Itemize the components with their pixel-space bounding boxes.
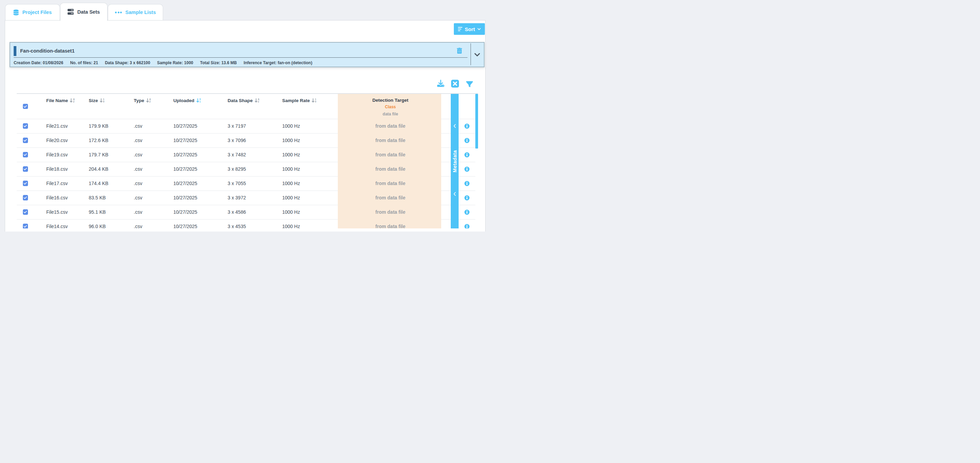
table-row[interactable]: File18.csv 204.4 KB .csv 10/27/2025 3 x … [17, 162, 475, 176]
detection-source-label: data file [382, 112, 398, 117]
cell-detection-target: from data file [340, 205, 441, 219]
spacer-cell [441, 162, 451, 176]
table-row[interactable]: File21.csv 179.9 KB .csv 10/27/2025 3 x … [17, 119, 475, 133]
cell-data-shape: 3 x 7197 [228, 119, 282, 133]
column-header-detection-target: Detection Target Class data file [340, 94, 441, 119]
info-icon[interactable] [465, 195, 469, 200]
row-checkbox[interactable] [23, 152, 28, 157]
cell-data-shape: 3 x 3972 [228, 190, 282, 205]
metadata-panel-strip[interactable]: Metadata [451, 94, 459, 228]
trash-icon[interactable] [455, 46, 464, 55]
info-cell [458, 176, 475, 190]
info-icon[interactable] [465, 138, 469, 143]
select-all-checkbox[interactable] [23, 104, 28, 109]
column-header-sample-rate[interactable]: Sample Rate 19 [282, 94, 340, 119]
row-checkbox[interactable] [23, 224, 28, 228]
cell-uploaded: 10/27/2025 [173, 133, 228, 147]
dataset-title: Fan-condition-dataset1 [20, 46, 75, 55]
cell-size: 95.1 KB [89, 205, 134, 219]
tab-data-sets[interactable]: Data Sets [60, 3, 108, 21]
info-cell [458, 133, 475, 147]
info-icon[interactable] [465, 152, 469, 157]
tab-sample-lists[interactable]: Sample Lists [108, 4, 163, 20]
info-icon[interactable] [465, 167, 469, 172]
spacer-cell [441, 119, 451, 133]
table-row[interactable]: File17.csv 174.4 KB .csv 10/27/2025 3 x … [17, 176, 475, 190]
spacer-cell [441, 176, 451, 190]
table-row[interactable]: File20.csv 172.6 KB .csv 10/27/2025 3 x … [17, 133, 475, 147]
chevron-down-icon [474, 53, 480, 57]
cell-data-shape: 3 x 7055 [228, 176, 282, 190]
spacer-cell [441, 219, 451, 228]
row-checkbox[interactable] [23, 209, 28, 215]
sort-button[interactable]: Sort [454, 23, 485, 35]
info-icon[interactable] [465, 224, 469, 229]
column-header-type[interactable]: Type AZ [134, 94, 173, 119]
cell-file-name: File14.csv [46, 219, 89, 228]
checkbox-cell [17, 176, 46, 190]
cell-type: .csv [134, 133, 173, 147]
column-header-file-name[interactable]: File Name AZ [46, 94, 89, 119]
info-cell [458, 219, 475, 228]
table-row[interactable]: File19.csv 179.7 KB .csv 10/27/2025 3 x … [17, 147, 475, 162]
metadata-panel-label: Metadata [451, 94, 459, 228]
cell-uploaded: 10/27/2025 [173, 219, 228, 228]
tab-project-files[interactable]: Project Files [5, 4, 60, 20]
sort-button-label: Sort [465, 26, 475, 32]
cell-uploaded: 10/27/2025 [173, 162, 228, 176]
checkbox-cell [17, 119, 46, 133]
info-cell [458, 147, 475, 162]
spacer-cell [441, 94, 451, 119]
sort-alpha-icon: AZ [146, 98, 151, 103]
clear-selection-button[interactable] [451, 80, 459, 88]
column-header-uploaded[interactable]: Uploaded 91 [173, 94, 228, 119]
checkbox-cell [17, 190, 46, 205]
table-scrollbar-thumb[interactable] [475, 94, 478, 148]
filter-button[interactable] [466, 80, 473, 88]
cell-uploaded: 10/27/2025 [173, 147, 228, 162]
cell-file-name: File20.csv [46, 133, 89, 147]
cell-data-shape: 3 x 8295 [228, 162, 282, 176]
tab-label: Project Files [22, 10, 51, 15]
row-checkbox[interactable] [23, 123, 28, 129]
info-icon[interactable] [465, 210, 469, 215]
row-checkbox[interactable] [23, 166, 28, 172]
cell-file-name: File16.csv [46, 190, 89, 205]
row-checkbox[interactable] [23, 180, 28, 186]
chevron-left-icon[interactable] [451, 192, 459, 196]
cell-sample-rate: 1000 Hz [282, 176, 340, 190]
info-icon[interactable] [465, 124, 469, 129]
table-row[interactable]: File14.csv 96.0 KB .csv 10/27/2025 3 x 4… [17, 219, 475, 228]
download-button[interactable] [437, 80, 444, 87]
checkbox-cell [17, 147, 46, 162]
spacer-cell [441, 133, 451, 147]
cell-data-shape: 3 x 4586 [228, 205, 282, 219]
column-header-data-shape[interactable]: Data Shape AZ [228, 94, 282, 119]
row-checkbox[interactable] [23, 195, 28, 200]
meta-total-size: Total Size: 13.6 MB [200, 61, 237, 65]
cell-sample-rate: 1000 Hz [282, 162, 340, 176]
chevron-down-icon [477, 28, 481, 30]
server-icon [68, 9, 74, 15]
cell-size: 83.5 KB [89, 190, 134, 205]
ellipsis-icon [115, 11, 122, 13]
spacer-cell [441, 205, 451, 219]
info-cell [458, 162, 475, 176]
cell-detection-target: from data file [340, 162, 441, 176]
dataset-meta: Creation Date: 01/08/2026 No. of files: … [14, 61, 312, 65]
cell-type: .csv [134, 205, 173, 219]
cell-size: 179.9 KB [89, 119, 134, 133]
info-icon[interactable] [465, 181, 469, 186]
database-icon [13, 10, 19, 15]
cell-sample-rate: 1000 Hz [282, 190, 340, 205]
content-panel: Sort Fan-condition-dataset1 Creation Dat… [5, 20, 485, 232]
table-row[interactable]: File15.csv 95.1 KB .csv 10/27/2025 3 x 4… [17, 205, 475, 219]
column-header-size[interactable]: Size 19 [89, 94, 134, 119]
table-row[interactable]: File16.csv 83.5 KB .csv 10/27/2025 3 x 3… [17, 190, 475, 205]
tab-label: Data Sets [77, 9, 100, 15]
row-checkbox[interactable] [23, 137, 28, 143]
sort-numeric-icon: 19 [100, 98, 104, 103]
dataset-collapse-button[interactable] [471, 43, 484, 67]
chevron-left-icon[interactable] [451, 124, 459, 128]
sort-lines-icon [458, 27, 462, 32]
